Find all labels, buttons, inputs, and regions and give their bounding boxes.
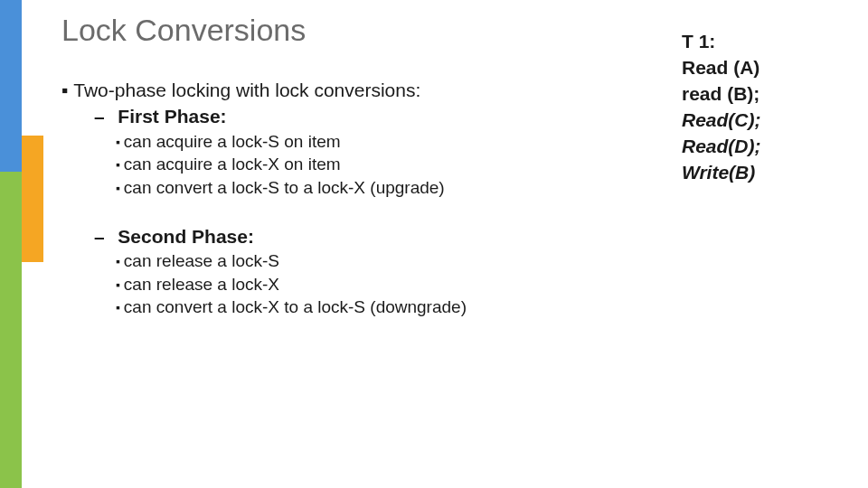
t1-arg: (A) bbox=[733, 57, 760, 78]
phase1-item: ▪ can convert a lock-S to a lock-X (upgr… bbox=[116, 177, 622, 200]
phase2-label: Second Phase: bbox=[118, 226, 254, 247]
bullet-icon: ▪ bbox=[116, 135, 124, 149]
slide-title: Lock Conversions bbox=[61, 13, 306, 48]
phase1-item-text: can acquire a lock-X on item bbox=[124, 155, 341, 174]
bullet-icon: ▪ bbox=[61, 80, 73, 100]
phase2-item: ▪ can convert a lock-X to a lock-S (down… bbox=[116, 296, 622, 319]
t1-line: Read(D); bbox=[682, 134, 835, 160]
phase1-item: ▪ can acquire a lock-S on item bbox=[116, 131, 622, 154]
phase2-item: ▪ can release a lock-S bbox=[116, 250, 622, 273]
intro-text: Two-phase locking with lock conversions: bbox=[73, 80, 420, 100]
t1-op: Read bbox=[682, 57, 733, 78]
phase2-item-text: can release a lock-X bbox=[124, 275, 279, 294]
phase2-heading: – Second Phase: bbox=[94, 224, 622, 249]
dash-icon: – bbox=[94, 226, 118, 247]
t1-line: Read (A) bbox=[682, 55, 835, 81]
bullet-icon: ▪ bbox=[116, 300, 124, 314]
phase1-label: First Phase: bbox=[118, 106, 226, 127]
bullet-icon: ▪ bbox=[116, 254, 124, 268]
accent-stripe-orange bbox=[22, 136, 43, 262]
bullet-icon: ▪ bbox=[116, 277, 124, 292]
slide: Lock Conversions ▪ Two-phase locking wit… bbox=[0, 0, 868, 488]
accent-stripe-blue bbox=[0, 0, 22, 172]
phase1-item-text: can convert a lock-S to a lock-X (upgrad… bbox=[124, 178, 445, 197]
t1-code-block: T 1: Read (A) read (B); Read(C); Read(D)… bbox=[682, 29, 835, 186]
t1-op: read bbox=[682, 83, 727, 104]
t1-line: Write(B) bbox=[682, 160, 835, 186]
phase2-item-text: can convert a lock-X to a lock-S (downgr… bbox=[124, 297, 467, 316]
phase1-item-text: can acquire a lock-S on item bbox=[124, 132, 341, 151]
phase1-item: ▪ can acquire a lock-X on item bbox=[116, 154, 622, 176]
t1-line: read (B); bbox=[682, 81, 835, 108]
t1-header: T 1: bbox=[682, 29, 835, 55]
t1-line: Read(C); bbox=[682, 108, 835, 134]
t1-arg: (B); bbox=[727, 83, 760, 104]
dash-icon: – bbox=[94, 106, 118, 127]
slide-body: ▪ Two-phase locking with lock conversion… bbox=[61, 72, 622, 320]
phase1-heading: – First Phase: bbox=[94, 104, 622, 128]
bullet-icon: ▪ bbox=[116, 181, 124, 195]
intro-bullet: ▪ Two-phase locking with lock conversion… bbox=[61, 78, 622, 102]
bullet-icon: ▪ bbox=[116, 157, 124, 172]
accent-stripe-green bbox=[0, 172, 22, 488]
phase2-item-text: can release a lock-S bbox=[124, 251, 279, 270]
spacer bbox=[61, 201, 622, 222]
phase2-item: ▪ can release a lock-X bbox=[116, 274, 622, 296]
